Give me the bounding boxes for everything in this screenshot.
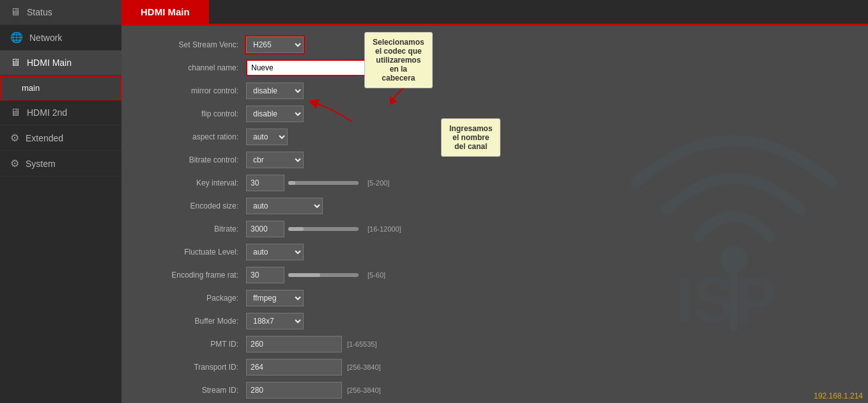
encoding-frame-rate-label: Encoding frame rat: — [147, 271, 246, 280]
sidebar-item-label: Network — [29, 33, 62, 43]
encoding-frame-rate-input[interactable] — [246, 267, 284, 283]
key-interval-input[interactable] — [246, 175, 284, 191]
buffer-mode-select[interactable]: 188x7 188x14 — [246, 313, 304, 329]
encoding-frame-rate-slider-container: [5-60] — [246, 267, 385, 283]
key-interval-slider-container: [5-200] — [246, 175, 389, 191]
network-icon: 🌐 — [10, 31, 23, 43]
channel-name-label: channel name: — [147, 63, 246, 72]
encoded-size-row: Encoded size: auto 1920x1080 1280x720 — [147, 197, 842, 215]
set-stream-venc-label: Set Stream Venc: — [147, 40, 246, 49]
pmt-id-input[interactable] — [246, 336, 342, 352]
ip-address: 192.168.1.214 — [814, 391, 863, 400]
sidebar-item-network[interactable]: 🌐 Network — [0, 25, 121, 51]
transport-id-input[interactable] — [246, 359, 342, 375]
key-interval-row: Key interval: [5-200] — [147, 174, 842, 192]
main-area: HDMI Main ISP Selecionamos el codec que … — [121, 0, 868, 403]
mirror-control-row: mirror control: disable enable — [147, 82, 842, 100]
stream-id-input[interactable] — [246, 382, 342, 399]
sidebar-item-label: Status — [27, 7, 52, 17]
bitrate-control-select[interactable]: cbr vbr — [246, 152, 304, 168]
transport-id-label: Transport ID: — [147, 363, 246, 372]
form-area: Set Stream Venc: H265 H264 channel name:… — [121, 26, 868, 403]
sidebar-item-label: System — [26, 159, 56, 169]
channel-name-row: channel name: — [147, 59, 842, 77]
bitrate-label: Bitrate: — [147, 225, 246, 233]
transport-id-row: Transport ID: [256-3840] — [147, 358, 842, 376]
flip-control-label: flip control: — [147, 109, 246, 118]
channel-name-input[interactable] — [246, 59, 374, 76]
sidebar-item-main[interactable]: main — [0, 75, 121, 100]
stream-id-range: [256-3840] — [347, 386, 381, 394]
bitrate-slider-container: [16-12000] — [246, 221, 401, 237]
key-interval-slider[interactable] — [288, 181, 359, 185]
monitor-icon: 🖥 — [10, 6, 20, 18]
hdmi2-icon: 🖥 — [10, 107, 20, 118]
sidebar-item-label: HDMI 2nd — [27, 107, 67, 118]
sidebar-item-status[interactable]: 🖥 Status — [0, 0, 121, 25]
header-tabs: HDMI Main — [121, 0, 868, 26]
fluctuate-level-select[interactable]: auto low medium high — [246, 244, 304, 260]
sidebar-item-label: Extended — [26, 133, 63, 143]
transport-id-range: [256-3840] — [347, 363, 381, 371]
buffer-mode-label: Buffer Mode: — [147, 317, 246, 326]
encoded-size-label: Encoded size: — [147, 201, 246, 210]
tooltip2-arrow — [307, 99, 358, 125]
system-icon: ⚙ — [10, 157, 19, 170]
sidebar-item-hdmi-main[interactable]: 🖥 HDMI Main — [0, 51, 121, 75]
hdmi-main-tab[interactable]: HDMI Main — [121, 0, 209, 24]
pmt-id-row: PMT ID: [1-65535] — [147, 335, 842, 353]
bitrate-slider[interactable] — [288, 227, 359, 231]
set-stream-venc-row: Set Stream Venc: H265 H264 — [147, 36, 842, 54]
hdmi-icon: 🖥 — [10, 57, 20, 68]
bitrate-input[interactable] — [246, 221, 284, 237]
sidebar-item-hdmi-2nd[interactable]: 🖥 HDMI 2nd — [0, 100, 121, 125]
aspect-ratio-label: aspect ration: — [147, 132, 246, 141]
key-interval-range: [5-200] — [368, 179, 389, 187]
sidebar: 🖥 Status 🌐 Network 🖥 HDMI Main main 🖥 HD… — [0, 0, 121, 403]
flip-control-select[interactable]: disable enable — [246, 106, 304, 122]
mirror-control-label: mirror control: — [147, 86, 246, 95]
stream-id-label: Stream ID: — [147, 386, 246, 395]
bitrate-row: Bitrate: [16-12000] — [147, 220, 842, 238]
set-stream-venc-select[interactable]: H265 H264 — [246, 36, 304, 53]
sidebar-item-extended[interactable]: ⚙ Extended — [0, 125, 121, 151]
bitrate-control-label: Bitrate control: — [147, 155, 246, 164]
buffer-mode-row: Buffer Mode: 188x7 188x14 — [147, 312, 842, 330]
encoding-frame-rate-range: [5-60] — [368, 271, 385, 279]
pmt-id-range: [1-65535] — [347, 340, 376, 348]
pmt-id-label: PMT ID: — [147, 340, 246, 349]
encoding-frame-rate-slider[interactable] — [288, 273, 359, 277]
encoded-size-select[interactable]: auto 1920x1080 1280x720 — [246, 198, 323, 214]
fluctuate-level-label: Fluctuate Level: — [147, 248, 246, 257]
sidebar-item-label: main — [22, 83, 40, 93]
stream-id-row: Stream ID: [256-3840] — [147, 381, 842, 399]
key-interval-label: Key interval: — [147, 178, 246, 187]
sidebar-item-system[interactable]: ⚙ System — [0, 151, 121, 177]
mirror-control-select[interactable]: disable enable — [246, 83, 304, 99]
package-row: Package: ffmpeg ts — [147, 289, 842, 307]
bitrate-range: [16-12000] — [368, 225, 401, 233]
aspect-ratio-select[interactable]: auto 4:3 16:9 — [246, 129, 288, 145]
sidebar-item-label: HDMI Main — [27, 58, 72, 68]
encoding-frame-rate-row: Encoding frame rat: [5-60] — [147, 266, 842, 284]
fluctuate-level-row: Fluctuate Level: auto low medium high — [147, 243, 842, 261]
extended-icon: ⚙ — [10, 132, 19, 144]
package-select[interactable]: ffmpeg ts — [246, 290, 304, 306]
package-label: Package: — [147, 294, 246, 303]
content-area: ISP Selecionamos el codec que utilizarem… — [121, 26, 868, 403]
